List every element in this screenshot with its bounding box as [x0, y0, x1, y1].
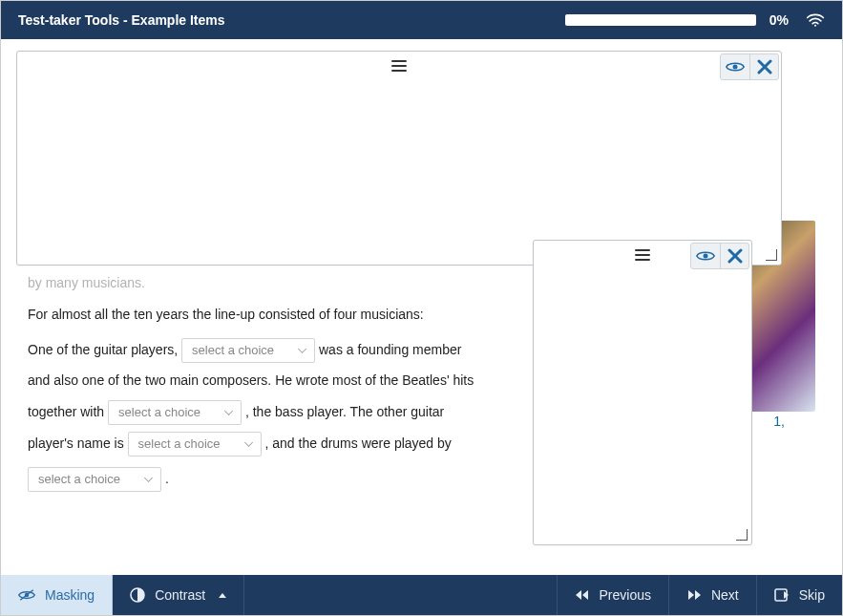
drag-handle-icon[interactable]	[391, 59, 407, 73]
header-bar: Test-taker Tools - Example Items 0%	[1, 1, 842, 39]
mask-show-button[interactable]	[691, 244, 720, 268]
previous-label: Previous	[600, 587, 651, 603]
eye-slash-icon	[18, 588, 35, 602]
app-root: Test-taker Tools - Example Items 0% 1, b…	[0, 0, 843, 616]
resize-handle[interactable]	[764, 247, 777, 261]
svg-point-1	[733, 65, 738, 70]
select-guitarist-2[interactable]: select a choice	[128, 432, 262, 457]
mask-toolbar	[690, 243, 749, 269]
next-label: Next	[711, 587, 739, 603]
chevron-up-icon	[219, 593, 226, 598]
footer-spacer	[244, 575, 556, 615]
next-button[interactable]: Next	[668, 575, 756, 615]
contrast-label: Contrast	[155, 587, 205, 603]
select-bassist[interactable]: select a choice	[108, 400, 242, 425]
text-seg-c: and also one of the two main composers. …	[28, 372, 474, 388]
skip-icon	[774, 588, 790, 602]
drag-handle-icon[interactable]	[635, 248, 650, 262]
forward-icon	[686, 589, 702, 601]
resize-handle[interactable]	[734, 527, 748, 541]
text-seg-e: , the bass player. The other guitar	[245, 404, 444, 419]
mask-panel-large[interactable]	[16, 51, 782, 266]
footer-bar: Masking Contrast Previous Next	[1, 575, 842, 615]
progress: 0%	[565, 12, 789, 28]
mask-panel-small[interactable]	[533, 240, 752, 545]
mask-close-button[interactable]	[749, 54, 778, 79]
masking-label: Masking	[45, 587, 95, 603]
progress-percent: 0%	[769, 12, 789, 28]
svg-point-2	[704, 254, 708, 259]
select-drummer[interactable]: select a choice	[28, 467, 161, 492]
text-seg-a: One of the guitar players,	[28, 342, 178, 357]
text-seg-f: player's name is	[28, 435, 124, 451]
select-guitarist-1[interactable]: select a choice	[181, 338, 315, 363]
mask-show-button[interactable]	[721, 54, 749, 79]
text-seg-d: together with	[28, 404, 104, 419]
mask-toolbar	[720, 53, 779, 80]
main-area: 1, by many musicians. For almost all the…	[1, 39, 842, 575]
masking-button[interactable]: Masking	[1, 575, 113, 615]
text-seg-b: was a founding member	[319, 342, 461, 357]
text-seg-g: , and the drums were played by	[265, 435, 452, 451]
mask-close-button[interactable]	[720, 244, 748, 268]
contrast-button[interactable]: Contrast	[113, 575, 244, 615]
svg-point-0	[814, 25, 816, 27]
progress-bar	[565, 14, 756, 26]
contrast-icon	[130, 587, 145, 603]
skip-label: Skip	[799, 587, 825, 603]
skip-button[interactable]: Skip	[756, 575, 842, 615]
wifi-icon	[806, 12, 825, 28]
header-title: Test-taker Tools - Example Items	[18, 12, 565, 28]
previous-button[interactable]: Previous	[557, 575, 668, 615]
rewind-icon	[575, 589, 590, 601]
text-period: .	[165, 471, 169, 486]
